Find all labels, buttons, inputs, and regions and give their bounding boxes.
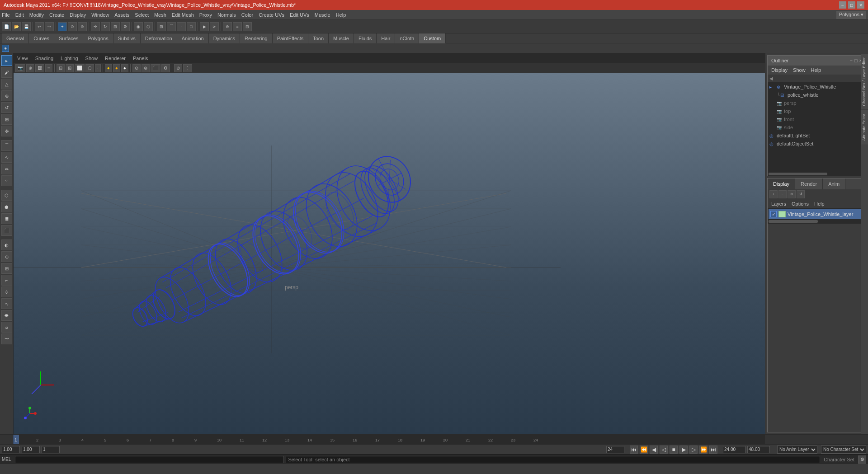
play-back-btn[interactable]: ◁: [660, 446, 668, 454]
move-tool-btn[interactable]: ⊕: [1, 90, 12, 101]
group-btn[interactable]: ⬡: [144, 22, 153, 31]
menu-item-edituvs[interactable]: Edit UVs: [290, 12, 309, 18]
shelf-tab-toon[interactable]: Toon: [308, 33, 329, 43]
lattice-btn[interactable]: ⊞: [1, 263, 12, 274]
shelf-tab-fluids[interactable]: Fluids: [354, 33, 377, 43]
bridge-btn[interactable]: ≣: [1, 213, 12, 224]
menu-item-mesh[interactable]: Mesh: [154, 12, 166, 18]
select-tool-btn[interactable]: ✦: [58, 22, 67, 31]
ipr-btn[interactable]: ⊳: [210, 22, 219, 31]
shelf-tab-subdivs[interactable]: Subdivs: [113, 33, 141, 43]
vp-shadow[interactable]: ⊙: [132, 64, 141, 72]
viewport-menu-view[interactable]: View: [17, 56, 28, 61]
curve-tool-btn[interactable]: ⌒: [1, 140, 12, 151]
show-hide-btn[interactable]: ◉: [134, 22, 143, 31]
vp-flat[interactable]: ⬜: [75, 64, 85, 72]
layer-tab-display[interactable]: Display: [768, 178, 795, 189]
extrude-btn[interactable]: ⬢: [1, 202, 12, 212]
vp-light1[interactable]: ●: [105, 64, 112, 72]
close-button[interactable]: ×: [857, 1, 864, 9]
snap-grid-btn[interactable]: ⊞: [157, 22, 166, 31]
layer-submenu-help[interactable]: Help: [814, 201, 825, 206]
shelf-icon-1[interactable]: ◈: [2, 45, 9, 52]
select-mode-btn[interactable]: ▸: [1, 55, 12, 66]
playback-range-end[interactable]: [723, 446, 745, 453]
shelf-tab-animation[interactable]: Animation: [177, 33, 209, 43]
paint-btn[interactable]: 🖌: [1, 67, 12, 78]
last-tool-btn[interactable]: ⚙: [121, 22, 130, 31]
twist-btn[interactable]: ⌀: [1, 322, 12, 333]
playback-current-frame[interactable]: [22, 446, 40, 453]
arc-btn[interactable]: ⌔: [1, 175, 12, 186]
step-fwd-btn[interactable]: ⏩: [699, 446, 708, 454]
shelf-tab-dynamics[interactable]: Dynamics: [209, 33, 240, 43]
menu-item-createuvs[interactable]: Create UVs: [259, 12, 284, 18]
char-set-dropdown[interactable]: No Character Set: [821, 446, 866, 454]
menu-item-file[interactable]: File: [2, 12, 10, 18]
outliner-hscrollbar[interactable]: [768, 172, 866, 176]
shelf-tab-rendering[interactable]: Rendering: [240, 33, 273, 43]
layer-refresh-btn[interactable]: ↺: [797, 190, 805, 198]
ep-curve-btn[interactable]: ∿: [1, 152, 12, 163]
outliner-minimize-btn[interactable]: −: [849, 58, 852, 63]
outliner-item-defaultlightset[interactable]: ◎ defaultLightSet: [768, 131, 866, 140]
go-to-start-btn[interactable]: ⏮: [630, 446, 638, 454]
command-settings-btn[interactable]: ⚙: [858, 455, 866, 464]
vp-light3[interactable]: ●: [121, 64, 128, 72]
channel-box-btn[interactable]: ≡: [233, 22, 242, 31]
squash-btn[interactable]: ⬬: [1, 310, 12, 321]
vp-attr[interactable]: ≡: [45, 64, 52, 72]
append-btn[interactable]: ⬛: [1, 225, 12, 236]
show-manipulator-btn[interactable]: ✜: [1, 126, 12, 136]
redo-btn[interactable]: ↪: [45, 22, 54, 31]
anim-layer-dropdown[interactable]: No Anim Layer: [777, 446, 817, 454]
new-scene-btn[interactable]: 📄: [2, 22, 11, 31]
scale-tool-btn[interactable]: ⊞: [1, 114, 12, 125]
layer-delete-btn[interactable]: −: [778, 190, 787, 198]
vp-smooth[interactable]: ⊞: [66, 64, 74, 72]
vp-bounding[interactable]: ⬡: [85, 64, 94, 72]
paint-select-btn[interactable]: ⊕: [78, 22, 87, 31]
viewport-menu-lighting[interactable]: Lighting: [61, 56, 78, 61]
sine-btn[interactable]: ∿: [1, 298, 12, 309]
poly-create-btn[interactable]: ⬡: [1, 190, 12, 201]
minimize-button[interactable]: −: [839, 1, 846, 9]
menu-item-muscle[interactable]: Muscle: [315, 12, 330, 18]
outliner-restore-btn[interactable]: □: [854, 58, 858, 63]
outliner-item-police-whistle[interactable]: └ ⊟ police_whistle: [768, 91, 866, 99]
layer-new-btn[interactable]: +: [769, 190, 778, 198]
vp-textures[interactable]: ⬛: [151, 64, 160, 72]
outliner-hscroll-thumb[interactable]: [769, 173, 827, 175]
playback-end-frame[interactable]: [606, 446, 624, 453]
outliner-menu-display[interactable]: Display: [771, 67, 788, 73]
snap-curve-btn[interactable]: ⌒: [167, 22, 176, 31]
outliner-item-vintage-police-whistle[interactable]: ▸ ⊛ Vintage_Police_Whistle: [768, 83, 866, 91]
open-scene-btn[interactable]: 📂: [12, 22, 21, 31]
layer-copy-btn[interactable]: ⊕: [788, 190, 796, 198]
menu-item-normals[interactable]: Normals: [217, 12, 236, 18]
mel-command-input[interactable]: [15, 456, 284, 463]
shelf-tab-painteffects[interactable]: PaintEffects: [273, 33, 309, 43]
menu-item-help[interactable]: Help: [336, 12, 346, 18]
vp-scene-tree[interactable]: ⋮: [183, 64, 192, 72]
viewport-menu-show[interactable]: Show: [85, 56, 98, 61]
vp-light2[interactable]: ●: [113, 64, 120, 72]
snap-point-btn[interactable]: ·: [177, 22, 186, 31]
viewport-3d[interactable]: persp: [14, 73, 765, 434]
shelf-tab-general[interactable]: General: [2, 33, 29, 43]
menu-item-modify[interactable]: Modify: [29, 12, 44, 18]
rotate-btn[interactable]: ↻: [101, 22, 110, 31]
menu-item-editmesh[interactable]: Edit Mesh: [172, 12, 194, 18]
history-btn[interactable]: ⊛: [223, 22, 232, 31]
shelf-tab-deformation[interactable]: Deformation: [141, 33, 177, 43]
maximize-button[interactable]: □: [848, 1, 855, 9]
polygon-mode-dropdown[interactable]: Polygons ▾: [836, 11, 866, 19]
sculpt-btn[interactable]: △: [1, 79, 12, 89]
rotate-tool-btn[interactable]: ↺: [1, 102, 12, 113]
shelf-tab-surfaces[interactable]: Surfaces: [54, 33, 83, 43]
menu-item-assets[interactable]: Assets: [114, 12, 129, 18]
vp-xray[interactable]: ⊛: [142, 64, 150, 72]
menu-item-display[interactable]: Display: [70, 12, 86, 18]
menu-item-edit[interactable]: Edit: [15, 12, 24, 18]
layer-color-chip[interactable]: [778, 211, 786, 217]
